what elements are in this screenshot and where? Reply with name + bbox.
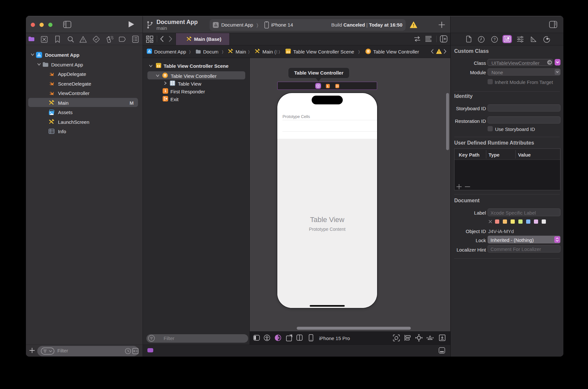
svg-text:?: ? [493,37,496,42]
